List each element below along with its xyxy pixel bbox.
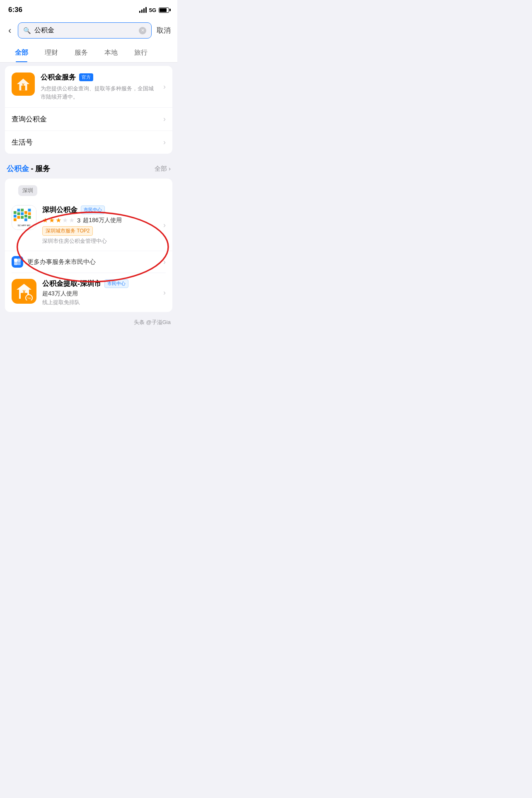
list-item-query[interactable]: 查询公积金 › — [5, 107, 172, 131]
tab-wealth[interactable]: 理财 — [36, 44, 66, 62]
back-button[interactable]: ‹ — [7, 24, 13, 38]
search-icon: 🔍 — [23, 27, 31, 34]
section-all-button[interactable]: 全部 › — [155, 165, 171, 173]
service-cards: 深圳 SZ HPF MC — [5, 179, 172, 312]
svg-rect-6 — [21, 209, 24, 212]
top-result-card: ¥ 公积金服务 官方 为您提供公积金查询、提取等多种服务，全国城市陆续开通中。 … — [5, 66, 172, 154]
section-title-black: - 服务 — [31, 164, 50, 173]
app-icon-extract: ¥ ↪ — [12, 279, 36, 304]
signal-type: 5G — [149, 7, 156, 13]
chevron-icon: › — [163, 115, 166, 123]
section-title-blue: 公积金 — [7, 164, 29, 173]
official-badge: 官方 — [79, 73, 93, 81]
more-text: 更多办事服务来市民中心 — [27, 258, 159, 266]
svg-rect-12 — [28, 209, 31, 212]
app-name-extract: 公积金提取-深圳市 — [42, 279, 101, 288]
app-content: 深圳公积金 市民中心 ★ ★ ★ ★ ★ 3 超186万人使用 深圳城市服务 T… — [42, 205, 157, 245]
app-org: 深圳市住房公积金管理中心 — [42, 237, 157, 245]
chevron-icon: › — [163, 221, 166, 230]
chevron-icon: › — [163, 258, 166, 266]
top-tag: 深圳城市服务 TOP2 — [42, 226, 93, 236]
search-query[interactable]: 公积金 — [34, 26, 135, 35]
svg-rect-17 — [24, 218, 27, 221]
city-label: 深圳 — [18, 185, 37, 196]
app-name: 深圳公积金 — [42, 205, 77, 215]
battery-icon — [159, 7, 169, 13]
svg-rect-23 — [14, 262, 17, 265]
svg-rect-8 — [14, 215, 17, 218]
official-service-item[interactable]: ¥ 公积金服务 官方 为您提供公积金查询、提取等多种服务，全国城市陆续开通中。 … — [5, 66, 172, 107]
tab-service[interactable]: 服务 — [66, 44, 96, 62]
star-5: ★ — [69, 216, 75, 224]
app-content-extract: 公积金提取-深圳市 市民中心 超43万人使用 线上提取免排队 — [42, 279, 157, 306]
app-item-extract[interactable]: ¥ ↪ 公积金提取-深圳市 市民中心 超43万人使用 线上提取免排队 › — [5, 273, 172, 312]
svg-rect-9 — [17, 212, 20, 215]
second-app-desc: 线上提取免排队 — [42, 299, 157, 306]
status-icons: 5G — [139, 7, 169, 13]
watermark: 头条 @子溢Gia — [0, 315, 177, 333]
svg-text:SZ HPF MC: SZ HPF MC — [17, 224, 31, 227]
tabs: 全部 理财 服务 本地 旅行 — [0, 44, 177, 63]
search-input-wrap[interactable]: 🔍 公积金 ✕ — [18, 22, 152, 39]
signal-icon — [139, 7, 147, 13]
svg-text:¥: ¥ — [23, 289, 26, 295]
svg-rect-10 — [21, 212, 24, 215]
more-services-row[interactable]: 更多办事服务来市民中心 › — [5, 251, 172, 273]
chevron-icon: › — [163, 82, 166, 91]
svg-rect-5 — [17, 209, 20, 212]
civic-badge: 市民中心 — [104, 279, 128, 288]
stars: ★ ★ ★ ★ ★ — [42, 216, 75, 224]
star-1: ★ — [42, 216, 48, 224]
svg-rect-15 — [17, 216, 20, 219]
cancel-button[interactable]: 取消 — [157, 26, 171, 35]
svg-rect-7 — [24, 211, 27, 214]
service-name: 公积金服务 — [41, 73, 76, 82]
civic-badge: 市民中心 — [81, 206, 105, 214]
rating-number: 3 — [77, 217, 80, 224]
search-clear-button[interactable]: ✕ — [139, 27, 146, 34]
service-content: 公积金服务 官方 为您提供公积金查询、提取等多种服务，全国城市陆续开通中。 — [41, 73, 157, 101]
list-item-text: 查询公积金 — [12, 114, 163, 124]
svg-rect-11 — [24, 215, 27, 218]
list-item-life[interactable]: 生活号 › — [5, 131, 172, 154]
svg-rect-21 — [14, 259, 17, 262]
tab-local[interactable]: 本地 — [96, 44, 126, 62]
second-app-users: 超43万人使用 — [42, 290, 157, 297]
svg-text:¥: ¥ — [22, 83, 24, 87]
status-time: 6:36 — [8, 6, 22, 14]
service-section-header: 公积金 - 服务 全部 › — [0, 157, 177, 179]
search-bar: ‹ 🔍 公积金 ✕ 取消 — [0, 18, 177, 44]
service-desc: 为您提供公积金查询、提取等多种服务，全国城市陆续开通中。 — [41, 85, 157, 101]
users-count: 超186万人使用 — [83, 217, 121, 224]
service-icon: ¥ — [12, 73, 35, 96]
svg-rect-4 — [14, 211, 17, 214]
list-item-text: 生活号 — [12, 138, 163, 147]
rating-row: ★ ★ ★ ★ ★ 3 超186万人使用 — [42, 216, 157, 224]
star-3: ★ — [56, 216, 61, 224]
tab-all[interactable]: 全部 — [7, 44, 36, 62]
svg-rect-13 — [28, 212, 31, 215]
more-icon — [12, 256, 23, 268]
app-item-szhpf[interactable]: SZ HPF MC 深圳公积金 市民中心 ★ ★ ★ ★ ★ 3 超186万人使… — [5, 199, 172, 251]
chevron-icon: › — [163, 288, 166, 297]
status-bar: 6:36 5G — [0, 0, 177, 18]
svg-text:↪: ↪ — [27, 296, 31, 300]
app-icon-szhpf: SZ HPF MC — [12, 205, 36, 230]
tab-travel[interactable]: 旅行 — [126, 44, 156, 62]
chevron-icon: › — [163, 138, 166, 147]
svg-rect-22 — [17, 259, 21, 262]
svg-rect-14 — [14, 218, 17, 221]
star-4: ★ — [62, 216, 68, 224]
svg-rect-16 — [21, 216, 24, 219]
star-2: ★ — [49, 216, 55, 224]
svg-rect-18 — [28, 216, 31, 219]
svg-rect-24 — [17, 262, 21, 265]
